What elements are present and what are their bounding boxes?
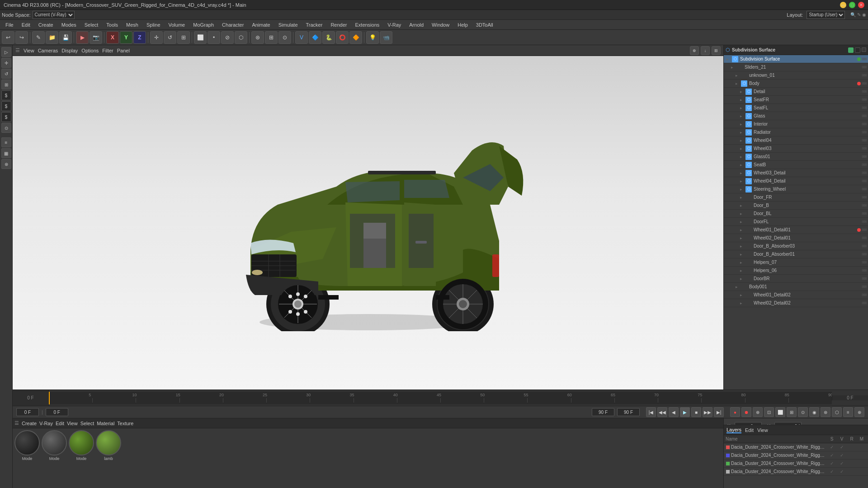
- prev-button[interactable]: ◀: [669, 407, 679, 417]
- vp-menu-cameras[interactable]: Cameras: [38, 48, 58, 53]
- node-space-select[interactable]: Current (V-Ray): [33, 11, 75, 19]
- scene-item-wheel03[interactable]: ▸⬡Wheel03⊞⊞: [724, 145, 868, 153]
- vp-menu-display[interactable]: Display: [61, 48, 78, 53]
- scene-item-wheel04[interactable]: ▸⬡Wheel04⊞⊞: [724, 136, 868, 145]
- edge-mode-button[interactable]: ⊘: [221, 31, 234, 44]
- open-button[interactable]: 📁: [46, 31, 58, 44]
- layout-select[interactable]: Startup (User): [807, 11, 845, 19]
- pb-btn8[interactable]: ◉: [809, 407, 819, 417]
- current-frame-input[interactable]: [16, 408, 39, 416]
- material-sphere-2[interactable]: [42, 430, 67, 455]
- pb-btn7[interactable]: ⊙: [798, 407, 808, 417]
- scene-item-helpers-07[interactable]: ▸Helpers_07⊞⊞: [724, 258, 868, 267]
- mat-menu-vray[interactable]: V-Ray: [39, 421, 53, 426]
- scene-item-radiator[interactable]: ▸⬡Radiator⊞⊞: [724, 128, 868, 136]
- mat-hamburger[interactable]: ☰: [14, 420, 19, 426]
- scene-item-steering-wheel[interactable]: ▸⬡Steering_Wheel⊞⊞: [724, 185, 868, 193]
- scene-item-helpers-06[interactable]: ▸Helpers_06⊞⊞: [724, 267, 868, 275]
- pb-btn4[interactable]: ⊡: [764, 407, 774, 417]
- fps-display[interactable]: [617, 408, 640, 416]
- mat-menu-create[interactable]: Create: [22, 421, 37, 426]
- menu-modes[interactable]: Modes: [58, 21, 80, 28]
- menu-mograph[interactable]: MoGraph: [189, 21, 217, 28]
- vp-icon3[interactable]: ⊞: [712, 46, 721, 55]
- layer-item-3[interactable]: Dacia_Duster_2024_Crossover_White_Rigged…: [724, 468, 868, 476]
- layer-v-check[interactable]: ✓: [837, 469, 846, 474]
- layer-item-0[interactable]: Dacia_Duster_2024_Crossover_White_Rigged…: [724, 443, 868, 451]
- vp-menu-options[interactable]: Options: [81, 48, 99, 53]
- mat-menu-material[interactable]: Material: [97, 421, 114, 426]
- vp-hamburger-icon[interactable]: ☰: [15, 47, 20, 53]
- move-tool[interactable]: ✛: [150, 31, 163, 44]
- scene-item-wheel01-detail02[interactable]: ▸Wheel01_Detail02⊞⊞: [724, 291, 868, 299]
- layer-item-2[interactable]: Dacia_Duster_2024_Crossover_White_Rigged…: [724, 460, 868, 468]
- scene-item-wheel02-detail01[interactable]: ▸Wheel02_Detail01⊞⊞: [724, 234, 868, 242]
- menu-tracker[interactable]: Tracker: [302, 21, 326, 28]
- next-button[interactable]: ▶▶: [703, 407, 712, 417]
- vp-menu-view[interactable]: View: [24, 48, 34, 53]
- vray-btn4[interactable]: ⭕: [336, 31, 349, 44]
- record-button[interactable]: ●: [730, 407, 740, 417]
- layer-s-check[interactable]: ✓: [827, 453, 836, 458]
- scene-item-subdivision-surface[interactable]: ▸⬡Subdivision Surface⊞⊞: [724, 55, 868, 63]
- close-button[interactable]: ✕: [858, 2, 864, 8]
- vray-btn5[interactable]: 🔶: [349, 31, 362, 44]
- camera-button[interactable]: 📹: [380, 31, 392, 44]
- material-item-1[interactable]: Mode: [14, 430, 40, 461]
- layers-tab-edit[interactable]: Edit: [745, 427, 754, 433]
- axis-button[interactable]: ⊙: [278, 31, 291, 44]
- sidebar-tool-s1[interactable]: $: [1, 90, 11, 100]
- layer-v-check[interactable]: ✓: [837, 445, 846, 450]
- layer-v-check[interactable]: ✓: [837, 453, 846, 458]
- scene-item-unknown-01[interactable]: ▸unknown_01⊞⊞: [724, 71, 868, 80]
- scene-item-door-b-absorber01[interactable]: ▸Door_B_Absorber01⊞⊞: [724, 250, 868, 258]
- timeline-ruler[interactable]: 051015202530354045505560657075808590: [49, 392, 832, 404]
- sidebar-tool-deform[interactable]: ⊛: [1, 159, 11, 169]
- sidebar-tool-knife[interactable]: ⊙: [1, 123, 11, 133]
- scene-item-seatfr[interactable]: ▸⬡SeatFR⊞⊞: [724, 96, 868, 104]
- scene-item-body[interactable]: ▸⬡Body⊞⊞: [724, 80, 868, 88]
- menu-file[interactable]: File: [2, 21, 17, 28]
- poly-mode-button[interactable]: ⬡: [235, 31, 247, 44]
- viewport[interactable]: ☰ View Cameras Display Options Filter Pa…: [13, 45, 723, 389]
- menu-vray[interactable]: V-Ray: [384, 21, 405, 28]
- snap-button[interactable]: ⊛: [251, 31, 264, 44]
- sidebar-tool-s2[interactable]: $: [1, 101, 11, 111]
- menu-tools[interactable]: Tools: [103, 21, 122, 28]
- vray-btn3[interactable]: 🐍: [322, 31, 335, 44]
- vp-menu-filter[interactable]: Filter: [102, 48, 113, 53]
- auto-key-button[interactable]: ⏺: [741, 407, 751, 417]
- menu-extensions[interactable]: Extensions: [351, 21, 383, 28]
- layers-tab-layers[interactable]: Layers: [726, 427, 741, 433]
- sidebar-tool-select[interactable]: ▷: [1, 47, 11, 57]
- pb-btn6[interactable]: ⊞: [787, 407, 797, 417]
- scale-tool[interactable]: ⊞: [177, 31, 190, 44]
- pb-btn10[interactable]: ⬡: [832, 407, 842, 417]
- scene-item-seatfl[interactable]: ▸⬡SeatFL⊞⊞: [724, 104, 868, 112]
- point-mode-button[interactable]: •: [208, 31, 220, 44]
- y-axis-button[interactable]: Y: [120, 31, 132, 44]
- scene-item-door-b[interactable]: ▸Door_B⊞⊞: [724, 202, 868, 210]
- mat-menu-edit[interactable]: Edit: [56, 421, 64, 426]
- scene-green-btn[interactable]: [848, 47, 854, 53]
- scene-item-wheel04-detail[interactable]: ▸⬡Wheel04_Detail⊞⊞: [724, 177, 868, 185]
- stop-button[interactable]: ■: [691, 407, 701, 417]
- end-frame-input[interactable]: [592, 408, 614, 416]
- layer-item-1[interactable]: Dacia_Duster_2024_Crossover_White_Rigged…: [724, 451, 868, 460]
- pb-btn5[interactable]: ⬜: [775, 407, 785, 417]
- menu-render[interactable]: Render: [327, 21, 350, 28]
- menu-animate[interactable]: Animate: [248, 21, 274, 28]
- minimize-button[interactable]: —: [840, 2, 846, 8]
- pb-btn11[interactable]: ≡: [843, 407, 853, 417]
- scene-item-door-bl[interactable]: ▸Door_BL⊞⊞: [724, 210, 868, 218]
- menu-3dtoall[interactable]: 3DToAll: [472, 21, 497, 28]
- scene-item-doorbr[interactable]: ▸DoorBR⊞⊞: [724, 275, 868, 283]
- menu-create[interactable]: Create: [35, 21, 57, 28]
- scene-item-body001[interactable]: ▸Body001⊞⊞: [724, 283, 868, 291]
- sidebar-tool-move[interactable]: ✛: [1, 58, 11, 68]
- scene-item-wheel01-detail01[interactable]: ▸Wheel01_Detail01⊞⊞: [724, 226, 868, 234]
- layers-tab-view[interactable]: View: [757, 427, 768, 433]
- render-button[interactable]: ▶: [76, 31, 89, 44]
- redo-button[interactable]: ↪: [15, 31, 28, 44]
- scene-item-doorfl[interactable]: ▸DoorFL⊞⊞: [724, 218, 868, 226]
